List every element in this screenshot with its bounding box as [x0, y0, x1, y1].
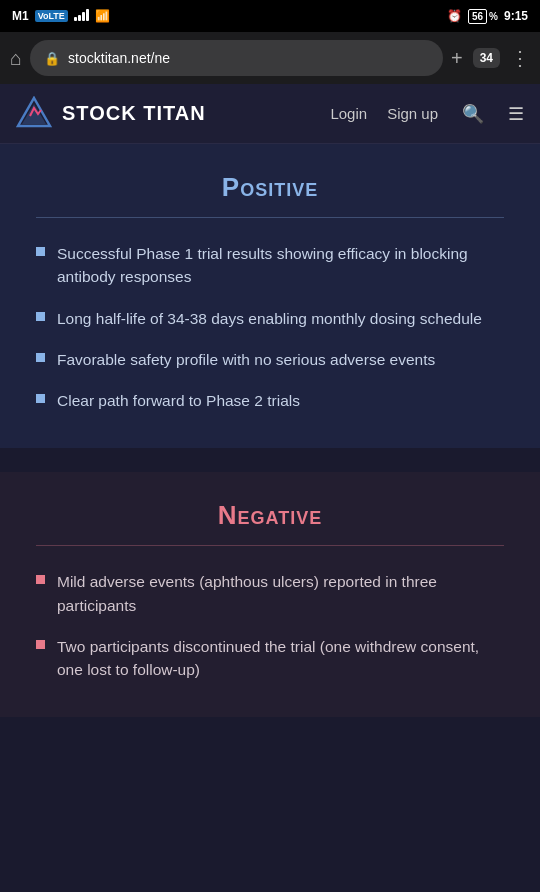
nav-bar: STOCK TITAN Login Sign up 🔍 ☰	[0, 84, 540, 144]
positive-section: Positive Successful Phase 1 trial result…	[0, 144, 540, 448]
list-item: Mild adverse events (aphthous ulcers) re…	[36, 570, 504, 617]
volte-badge: VoLTE	[35, 10, 68, 22]
logo-text: STOCK TITAN	[62, 102, 206, 125]
status-bar: M1 VoLTE 📶 ⏰ 56% 9:15	[0, 0, 540, 32]
menu-icon[interactable]: ☰	[508, 103, 524, 125]
bullet-text: Two participants discontinued the trial …	[57, 635, 504, 682]
alarm-icon: ⏰	[447, 9, 462, 23]
main-content: Positive Successful Phase 1 trial result…	[0, 144, 540, 717]
bullet-square-icon	[36, 394, 45, 403]
bullet-text: Favorable safety profile with no serious…	[57, 348, 435, 371]
list-item: Favorable safety profile with no serious…	[36, 348, 504, 371]
negative-bullet-list: Mild adverse events (aphthous ulcers) re…	[36, 570, 504, 681]
browser-chrome: ⌂ 🔒 stocktitan.net/ne + 34 ⋮	[0, 32, 540, 84]
status-right: ⏰ 56% 9:15	[447, 9, 528, 24]
bullet-square-icon	[36, 575, 45, 584]
bullet-text: Mild adverse events (aphthous ulcers) re…	[57, 570, 504, 617]
bullet-text: Long half-life of 34-38 days enabling mo…	[57, 307, 482, 330]
signup-link[interactable]: Sign up	[387, 105, 438, 122]
address-text: stocktitan.net/ne	[68, 50, 170, 66]
logo-icon	[16, 96, 52, 132]
nav-links: Login Sign up 🔍 ☰	[330, 103, 524, 125]
tabs-count[interactable]: 34	[473, 48, 500, 68]
list-item: Clear path forward to Phase 2 trials	[36, 389, 504, 412]
list-item: Long half-life of 34-38 days enabling mo…	[36, 307, 504, 330]
signal-icon	[74, 9, 89, 24]
negative-section: Negative Mild adverse events (aphthous u…	[0, 472, 540, 717]
address-bar[interactable]: 🔒 stocktitan.net/ne	[30, 40, 443, 76]
login-link[interactable]: Login	[330, 105, 367, 122]
positive-divider	[36, 217, 504, 218]
wifi-icon: 📶	[95, 9, 110, 23]
more-menu-button[interactable]: ⋮	[510, 46, 530, 70]
security-icon: 🔒	[44, 51, 60, 66]
positive-bullet-list: Successful Phase 1 trial results showing…	[36, 242, 504, 412]
search-icon[interactable]: 🔍	[462, 103, 484, 125]
carrier-info: M1 VoLTE 📶	[12, 9, 110, 24]
bullet-text: Successful Phase 1 trial results showing…	[57, 242, 504, 289]
section-gap	[0, 448, 540, 472]
bullet-square-icon	[36, 247, 45, 256]
bullet-square-icon	[36, 353, 45, 362]
nav-logo: STOCK TITAN	[16, 96, 330, 132]
time-display: 9:15	[504, 9, 528, 23]
bullet-text: Clear path forward to Phase 2 trials	[57, 389, 300, 412]
list-item: Successful Phase 1 trial results showing…	[36, 242, 504, 289]
carrier-name: M1	[12, 9, 29, 23]
battery-icon: 56%	[468, 9, 498, 24]
list-item: Two participants discontinued the trial …	[36, 635, 504, 682]
add-tab-button[interactable]: +	[451, 47, 463, 70]
bullet-square-icon	[36, 312, 45, 321]
negative-divider	[36, 545, 504, 546]
home-button[interactable]: ⌂	[10, 47, 22, 70]
positive-title: Positive	[36, 172, 504, 203]
negative-title: Negative	[36, 500, 504, 531]
bullet-square-icon	[36, 640, 45, 649]
browser-actions: + 34 ⋮	[451, 46, 530, 70]
